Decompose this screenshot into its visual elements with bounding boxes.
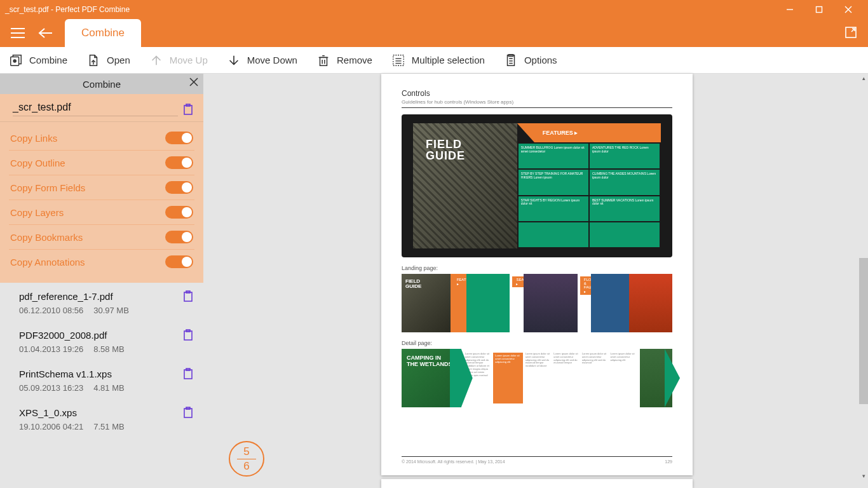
clipboard-icon[interactable] (183, 407, 193, 418)
clipboard-icon[interactable] (183, 104, 193, 115)
multiple-selection-button[interactable]: Multiple selection (391, 53, 485, 67)
svg-rect-31 (184, 105, 192, 114)
camping-title: CAMPING IN THE WETLANDS (407, 355, 452, 368)
file-date: 01.04.2013 19:26 (19, 344, 83, 354)
toggle-copy-outline[interactable] (165, 156, 193, 169)
toggle-copy-links[interactable] (165, 132, 193, 144)
footer-copyright: © 2014 Microsoft. All rights reserved. |… (402, 459, 505, 464)
vertical-scrollbar[interactable]: ▴ ▾ (859, 74, 868, 480)
toggle-copy-layers[interactable] (165, 206, 193, 219)
option-label: Copy Annotations (10, 257, 85, 268)
toolbar-label: Move Down (247, 55, 297, 65)
scroll-up-arrow-icon[interactable]: ▴ (859, 74, 868, 83)
svg-rect-1 (817, 7, 822, 13)
clipboard-icon[interactable] (183, 368, 193, 379)
sidebar-close-button[interactable] (189, 78, 198, 88)
lp-head: SEASONAL ▸ (512, 276, 523, 287)
total-pages: 6 (243, 460, 249, 473)
file-size: 4.81 MB (93, 383, 124, 393)
file-date: 06.12.2010 08:56 (19, 306, 83, 315)
move-down-button[interactable]: Move Down (227, 53, 297, 67)
landing-page-image: FIELD GUIDE FEATURES ▸ SEASONAL ▸ FLORA … (402, 274, 672, 332)
tab-combine[interactable]: Combine (65, 19, 141, 47)
option-copy-form-fields: Copy Form Fields (9, 175, 194, 200)
svg-rect-39 (184, 409, 192, 417)
toolbar-label: Options (524, 55, 557, 65)
file-item[interactable]: pdf_reference_1-7.pdf 06.12.2010 08:5630… (0, 283, 203, 322)
toolbar: Combine Open Move Up Move Down Remove Mu… (0, 47, 868, 74)
option-label: Copy Outline (10, 158, 65, 168)
scroll-down-arrow-icon[interactable]: ▾ (859, 471, 868, 480)
file-item[interactable]: PrintSchema v1.1.xps 05.09.2013 16:234.8… (0, 360, 203, 399)
scrollbar-thumb[interactable] (859, 258, 868, 404)
file-size: 8.58 MB (93, 344, 124, 354)
header-bar: Combine (0, 19, 868, 47)
file-name: PDF32000_2008.pdf (19, 330, 178, 341)
svg-rect-37 (184, 370, 192, 379)
current-page: 5 (243, 445, 249, 458)
toolbar-label: Remove (337, 55, 372, 65)
file-date: 19.10.2006 04:21 (19, 422, 83, 431)
fullscreen-toggle-button[interactable] (843, 24, 859, 41)
remove-button[interactable]: Remove (316, 53, 372, 67)
option-copy-bookmarks: Copy Bookmarks (9, 225, 194, 250)
field-guide-title: FIELD GUIDE (426, 139, 465, 161)
svg-rect-15 (320, 57, 327, 65)
svg-rect-33 (184, 292, 192, 301)
window-title: _scr_test.pdf - Perfect PDF Combine (5, 5, 775, 14)
toggle-copy-bookmarks[interactable] (165, 231, 193, 243)
option-copy-links: Copy Links (9, 126, 194, 151)
sidebar-title: Combine (83, 79, 121, 90)
window-controls (775, 0, 863, 19)
options-button[interactable]: Options (504, 53, 557, 67)
file-item[interactable]: XPS_1_0.xps 19.10.2006 04:217.51 MB (0, 399, 203, 438)
back-button[interactable] (37, 24, 55, 42)
selected-file-panel[interactable]: _scr_test.pdf (0, 94, 203, 122)
option-label: Copy Bookmarks (10, 232, 83, 243)
preview-area[interactable]: Controls Guidelines for hub controls (Wi… (203, 74, 868, 488)
document-page: Controls Guidelines for hub controls (Wi… (381, 74, 693, 475)
toolbar-label: Move Up (170, 55, 208, 65)
file-name: XPS_1_0.xps (19, 407, 178, 418)
toggle-copy-form-fields[interactable] (165, 181, 193, 194)
copy-options-list: Copy Links Copy Outline Copy Form Fields… (0, 122, 203, 283)
minimize-button[interactable] (775, 0, 804, 19)
svg-rect-35 (184, 331, 192, 340)
toolbar-label: Combine (29, 55, 67, 65)
close-button[interactable] (834, 0, 863, 19)
lp-title: FIELD GUIDE (405, 279, 421, 289)
clipboard-icon[interactable] (183, 290, 193, 302)
titlebar: _scr_test.pdf - Perfect PDF Combine (0, 0, 868, 19)
file-size: 7.51 MB (93, 422, 124, 431)
toggle-copy-annotations[interactable] (165, 255, 193, 268)
file-item[interactable]: PDF32000_2008.pdf 01.04.2013 19:268.58 M… (0, 322, 203, 360)
open-button[interactable]: Open (86, 53, 130, 67)
landing-page-label: Landing page: (402, 265, 672, 271)
features-header: FEATURES ▸ (517, 123, 661, 142)
option-copy-annotations: Copy Annotations (9, 250, 194, 274)
maximize-button[interactable] (804, 0, 834, 19)
next-page-peek (381, 479, 693, 488)
file-name: PrintSchema v1.1.xps (19, 369, 178, 379)
option-label: Copy Links (10, 133, 57, 144)
tablet-mockup-image: FIELD GUIDE FEATURES ▸ SUMMER BULLFROG L… (402, 114, 672, 257)
move-up-button: Move Up (149, 53, 208, 67)
combine-button[interactable]: Combine (9, 53, 67, 67)
option-label: Copy Layers (10, 207, 64, 218)
main-area: Combine _scr_test.pdf Copy Links Copy Ou… (0, 74, 868, 488)
file-size: 30.97 MB (93, 306, 129, 315)
sidebar: Combine _scr_test.pdf Copy Links Copy Ou… (0, 74, 203, 488)
file-date: 05.09.2013 16:23 (19, 383, 83, 393)
lp-head: FLORA & FAUNA ▸ (580, 276, 591, 295)
tab-label: Combine (81, 27, 125, 39)
doc-section-subtitle: Guidelines for hub controls (Windows Sto… (402, 99, 672, 108)
hamburger-menu-button[interactable] (9, 24, 27, 42)
option-label: Copy Form Fields (10, 182, 85, 193)
page-indicator[interactable]: 5 6 (229, 441, 264, 477)
lp-head: FEATURES ▸ (453, 276, 467, 287)
option-copy-outline: Copy Outline (9, 151, 194, 175)
toolbar-label: Open (107, 55, 130, 65)
option-copy-layers: Copy Layers (9, 200, 194, 225)
clipboard-icon[interactable] (183, 329, 193, 341)
detail-page-image: CAMPING IN THE WETLANDS Lorem ipsum dolo… (402, 349, 672, 407)
